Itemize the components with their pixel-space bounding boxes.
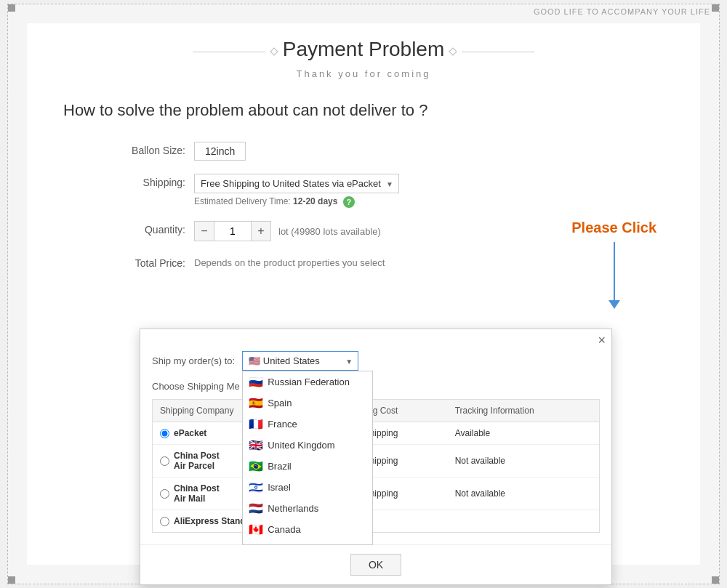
please-click-text: Please Click xyxy=(571,220,656,236)
page-content: Payment Problem Thank you for coming How… xyxy=(27,23,700,565)
shipping-table-body: ePacketFree ShippingAvailableChina PostA… xyxy=(153,422,599,533)
dropdown-item[interactable]: 🇬🇧United Kingdom xyxy=(243,435,372,456)
deco-diamond-left xyxy=(270,47,278,55)
corner-tl xyxy=(8,4,15,12)
dropdown-item[interactable]: 🇳🇱Netherlands xyxy=(243,498,372,519)
col-tracking: Tracking Information xyxy=(448,400,599,422)
ship-to-row: Ship my order(s) to: 🇺🇸 United States ▼ … xyxy=(152,351,600,371)
shipping-table: Shipping Company Shipping Cost Tracking … xyxy=(153,400,599,532)
modal-footer: OK xyxy=(140,544,611,584)
country-select[interactable]: 🇺🇸 United States xyxy=(242,351,358,371)
top-bar: GOOD LIFE TO ACCOMPANY YOUR LIFE xyxy=(534,4,710,19)
dropdown-item[interactable]: 🇮🇱Israel xyxy=(243,477,372,498)
page-title: Payment Problem xyxy=(283,38,445,61)
dropdown-item[interactable]: 🇪🇸Spain xyxy=(243,392,372,414)
arrow-line xyxy=(614,242,615,300)
ok-button[interactable]: OK xyxy=(350,554,401,576)
arrow-down xyxy=(571,242,656,309)
choose-shipping-label: Choose Shipping Me xyxy=(152,381,600,392)
tracking-info-cell: Not available xyxy=(448,445,599,478)
country-flag: 🇬🇧 xyxy=(249,438,263,452)
company-name: ePacket xyxy=(174,428,206,438)
balloon-size-box: 12inch xyxy=(194,142,246,161)
total-price-label: Total Price: xyxy=(100,254,194,269)
deco-diamond-right xyxy=(449,47,457,55)
country-name: France xyxy=(268,419,297,430)
ship-to-label: Ship my order(s) to: xyxy=(152,355,235,366)
country-name: Netherlands xyxy=(268,503,318,514)
country-flag: 🇨🇦 xyxy=(249,523,263,536)
quantity-increase-button[interactable]: + xyxy=(251,221,271,241)
arrow-head xyxy=(608,300,620,309)
table-header-row: Shipping Company Shipping Cost Tracking … xyxy=(153,400,599,422)
balloon-value: 12inch xyxy=(194,142,671,161)
shipping-table-head: Shipping Company Shipping Cost Tracking … xyxy=(153,400,599,422)
balloon-row: Ballon Size: 12inch xyxy=(100,142,671,161)
country-name: Spain xyxy=(268,398,292,408)
modal-body: Ship my order(s) to: 🇺🇸 United States ▼ … xyxy=(140,351,611,544)
table-row: ePacketFree ShippingAvailable xyxy=(153,422,599,445)
delivery-label: Estimated Delivery Time: xyxy=(194,196,291,206)
company-name: China PostAir Mail xyxy=(174,483,220,504)
country-name: United Kingdom xyxy=(268,440,335,451)
tracking-info-cell: Available xyxy=(448,422,599,445)
country-name: Israel xyxy=(268,482,291,493)
deco-line-right xyxy=(462,52,534,52)
table-row: AliExpress Standard xyxy=(153,510,599,533)
shipping-table-wrapper: Shipping Company Shipping Cost Tracking … xyxy=(152,399,600,533)
dropdown-item[interactable]: 🇷🇺Russian Federation xyxy=(243,371,372,392)
quantity-decrease-button[interactable]: − xyxy=(194,221,214,241)
shipping-radio[interactable] xyxy=(160,456,169,466)
modal-close-button[interactable]: × xyxy=(598,334,606,347)
modal-dialog: × Ship my order(s) to: 🇺🇸 United States … xyxy=(140,329,612,585)
delivery-days: 12-20 days xyxy=(293,196,337,206)
tracking-info-cell xyxy=(448,510,599,533)
corner-bl xyxy=(8,576,15,584)
country-flag: 🇪🇸 xyxy=(249,396,263,410)
modal-header: × xyxy=(140,329,611,351)
shipping-label: Shipping: xyxy=(100,174,194,188)
shipping-radio[interactable] xyxy=(160,429,169,438)
dropdown-item[interactable]: 🇮🇹Italy xyxy=(243,540,372,545)
quantity-available: lot (49980 lots available) xyxy=(278,226,381,237)
corner-tr xyxy=(712,4,719,12)
country-flag: 🇳🇱 xyxy=(249,502,263,515)
table-row: China PostAir ParcelFree ShippingNot ava… xyxy=(153,445,599,478)
country-name: Brazil xyxy=(268,461,292,472)
country-flag: 🇮🇱 xyxy=(249,480,263,494)
shipping-select-wrapper: Free Shipping to United States via ePack… xyxy=(194,174,399,193)
table-row: China PostAir MailFree ShippingNot avail… xyxy=(153,478,599,510)
please-click-annotation: Please Click xyxy=(571,220,656,309)
deco-line-left xyxy=(193,52,265,52)
country-flag: 🇧🇷 xyxy=(249,459,263,473)
question-title: How to solve the problem about can not d… xyxy=(63,101,671,120)
outer-frame: GOOD LIFE TO ACCOMPANY YOUR LIFE Payment… xyxy=(7,4,720,584)
country-flag: 🇷🇺 xyxy=(249,375,263,389)
corner-br xyxy=(712,576,719,584)
shipping-radio[interactable] xyxy=(160,489,169,499)
country-dropdown-list: 🇷🇺Russian Federation🇪🇸Spain🇫🇷France🇬🇧Uni… xyxy=(242,371,373,545)
help-icon[interactable]: ? xyxy=(343,196,355,208)
tagline: GOOD LIFE TO ACCOMPANY YOUR LIFE xyxy=(534,7,710,16)
shipping-select[interactable]: Free Shipping to United States via ePack… xyxy=(194,174,399,193)
shipping-value: Free Shipping to United States via ePack… xyxy=(194,174,671,208)
company-name: China PostAir Parcel xyxy=(174,451,220,471)
delivery-time: Estimated Delivery Time: 12-20 days ? xyxy=(194,196,671,208)
country-flag: 🇫🇷 xyxy=(249,417,263,431)
page-title-section: Payment Problem Thank you for coming xyxy=(56,38,671,79)
country-flag: 🇮🇹 xyxy=(249,544,263,545)
quantity-input[interactable] xyxy=(214,221,251,241)
dropdown-item[interactable]: 🇧🇷Brazil xyxy=(243,456,372,477)
country-select-wrapper: 🇺🇸 United States ▼ 🇷🇺Russian Federation🇪… xyxy=(242,351,358,371)
balloon-label: Ballon Size: xyxy=(100,142,194,156)
dropdown-item[interactable]: 🇨🇦Canada xyxy=(243,519,372,540)
title-decoration: Payment Problem xyxy=(56,38,671,65)
shipping-radio[interactable] xyxy=(160,517,169,526)
shipping-row: Shipping: Free Shipping to United States… xyxy=(100,174,671,208)
page-subtitle: Thank you for coming xyxy=(56,68,671,79)
country-name: Canada xyxy=(268,524,301,535)
tracking-info-cell: Not available xyxy=(448,478,599,510)
dropdown-item[interactable]: 🇫🇷France xyxy=(243,414,372,435)
quantity-label: Quantity: xyxy=(100,221,194,235)
country-name: Russian Federation xyxy=(268,376,350,387)
